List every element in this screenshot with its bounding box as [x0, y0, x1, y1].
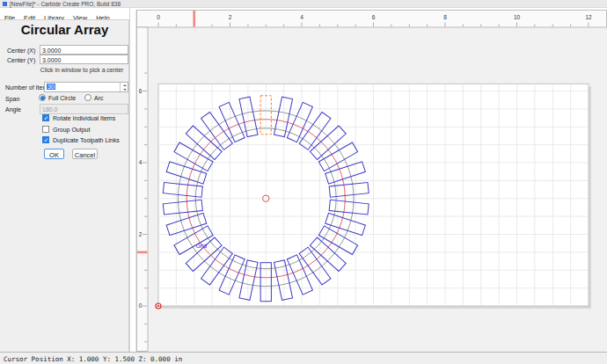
checkbox-duplicate-toolpath[interactable]: Duplicate Toolpath Links: [42, 136, 120, 143]
group-output-checkbox-icon: [42, 126, 49, 133]
cancel-button[interactable]: Cancel: [72, 149, 98, 159]
left-ruler-label: 4: [139, 159, 143, 165]
left-ruler-label: 6: [139, 88, 143, 94]
center-x-label: Center (X): [7, 47, 35, 54]
center-y-input[interactable]: [40, 55, 128, 64]
ok-button[interactable]: OK: [44, 149, 64, 159]
spin-down-button[interactable]: [121, 87, 128, 91]
number-of-items-spinbox[interactable]: 30: [44, 82, 128, 92]
checkbox-rotate-individual[interactable]: Rotate Individual Items: [42, 114, 115, 121]
circular-array-panel: Circular Array Center (X) Center (Y) Cli…: [0, 19, 129, 352]
group-output-label: Group Output: [53, 127, 90, 133]
rotate-individual-label: Rotate Individual Items: [53, 115, 115, 121]
top-ruler-label: 8: [443, 14, 447, 20]
center-y-label: Center (Y): [7, 57, 35, 63]
center-x-input[interactable]: [40, 45, 128, 55]
radio-arc-label: Arc: [94, 95, 104, 101]
spinner-buttons: [120, 83, 128, 91]
radio-full-circle-icon: [39, 94, 46, 101]
canvas-grid-label: Grid: [196, 243, 208, 249]
top-ruler-label: 10: [514, 14, 521, 20]
panel-title: Circular Array: [0, 22, 129, 37]
duplicate-toolpath-checkbox-icon: [42, 136, 49, 143]
number-of-items-value: 30: [47, 84, 55, 90]
radio-arc[interactable]: Arc: [84, 94, 104, 101]
radio-full-circle[interactable]: Full Circle: [39, 94, 76, 101]
checkbox-group-output[interactable]: Group Output: [42, 126, 90, 133]
radio-full-circle-label: Full Circle: [48, 95, 76, 101]
window-title: [NewFile]* - Carbide Create PRO, Build 8…: [10, 1, 121, 7]
span-label: Span: [5, 96, 19, 102]
angle-label: Angle: [5, 106, 21, 113]
menu-bar: FileEditLibraryViewHelp: [0, 8, 129, 19]
canvas-svg[interactable]: Grid0246810126420: [136, 10, 607, 352]
top-ruler-label: 0: [157, 14, 160, 20]
rotate-individual-checkbox-icon: [42, 114, 49, 121]
left-ruler-label: 2: [139, 231, 143, 237]
title-bar: [NewFile]* - Carbide Create PRO, Build 8…: [0, 0, 607, 8]
pick-center-hint: Click in window to pick a center: [35, 67, 128, 73]
left-ruler-label: 0: [139, 302, 143, 309]
panel-divider: [129, 8, 130, 352]
top-ruler-label: 6: [372, 14, 376, 20]
top-ruler-label: 12: [585, 14, 592, 20]
top-ruler-label: 2: [229, 14, 232, 20]
status-bar: Cursor Position X: 1.000 Y: 1.500 Z: 0.0…: [0, 352, 607, 364]
duplicate-toolpath-label: Duplicate Toolpath Links: [53, 137, 120, 143]
radio-arc-icon: [84, 94, 91, 101]
app-icon: [3, 2, 7, 6]
top-ruler-label: 4: [300, 14, 304, 20]
design-canvas[interactable]: Grid0246810126420: [136, 10, 607, 352]
cursor-position-text: Cursor Position X: 1.000 Y: 1.500 Z: 0.0…: [0, 353, 607, 363]
angle-input: [40, 104, 128, 114]
